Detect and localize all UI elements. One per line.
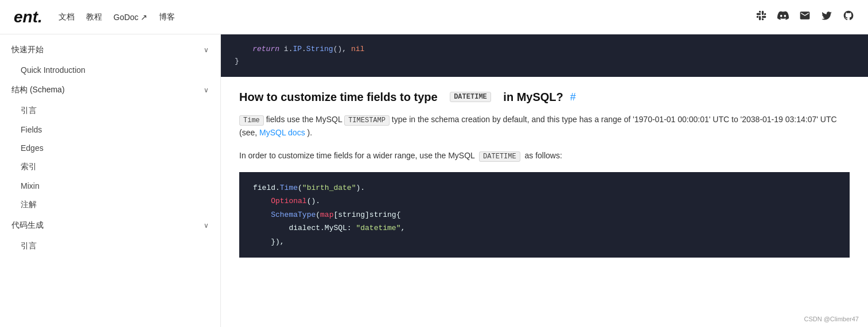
content-para-1: Time fields use the MySQL TIMESTAMP type…	[239, 113, 850, 141]
sidebar-section-quick-start[interactable]: 快速开始 ∨	[0, 39, 220, 61]
heading-text: How to customize time fields to type	[239, 91, 438, 104]
code-block-top: return i.IP.String(), nil }	[221, 34, 868, 77]
timestamp-code: TIMESTAMP	[344, 115, 390, 126]
header-left: ent. 文档 教程 GoDoc ↗ 博客	[14, 8, 175, 26]
watermark: CSDN @Climber47	[804, 316, 859, 322]
para2-text: In order to customize time fields for a …	[239, 151, 474, 160]
nav-links: 文档 教程 GoDoc ↗ 博客	[59, 12, 175, 22]
content-body: How to customize time fields to type DAT…	[221, 77, 868, 271]
code-line-field: field.Time("birth_date").	[253, 181, 836, 194]
section-heading: How to customize time fields to type DAT…	[239, 91, 850, 104]
nav-tutorial[interactable]: 教程	[86, 12, 102, 22]
sidebar-item-edges[interactable]: Edges	[0, 139, 220, 157]
time-code: Time	[239, 115, 264, 126]
header: ent. 文档 教程 GoDoc ↗ 博客	[0, 0, 868, 34]
email-icon[interactable]	[799, 10, 811, 24]
heading-suffix: in MySQL?	[503, 91, 563, 104]
logo[interactable]: ent.	[14, 8, 42, 26]
heading-code: DATETIME	[450, 92, 491, 102]
main-content: return i.IP.String(), nil } How to custo…	[221, 34, 868, 327]
code-line-close: }),	[253, 235, 836, 248]
code-block-main: field.Time("birth_date"). Optional(). Sc…	[239, 172, 850, 258]
slack-icon[interactable]	[756, 10, 767, 24]
chevron-down-icon-2: ∨	[204, 86, 209, 94]
sidebar-section-codegen[interactable]: 代码生成 ∨	[0, 215, 220, 236]
code-line-2: }	[235, 56, 854, 68]
para1-text1: fields use the MySQL	[266, 115, 344, 124]
discord-icon[interactable]	[777, 10, 789, 24]
sidebar-section-schema-label: 结构 (Schema)	[11, 85, 65, 95]
header-icons	[756, 10, 854, 24]
sidebar-item-fields[interactable]: Fields	[0, 120, 220, 139]
nav-blog[interactable]: 博客	[159, 12, 175, 22]
sidebar-item-intro[interactable]: 引言	[0, 101, 220, 120]
sidebar-item-index[interactable]: 索引	[0, 157, 220, 177]
chevron-down-icon-3: ∨	[204, 221, 209, 229]
nav-godoc[interactable]: GoDoc ↗	[114, 12, 147, 22]
github-icon[interactable]	[843, 10, 854, 24]
code-line-1: return i.IP.String(), nil	[235, 44, 854, 56]
sidebar: 快速开始 ∨ Quick Introduction 结构 (Schema) ∨ …	[0, 34, 221, 327]
nav-docs[interactable]: 文档	[59, 12, 75, 22]
code-line-dialect: dialect.MySQL: "datetime",	[253, 221, 836, 235]
sidebar-section-codegen-label: 代码生成	[11, 220, 44, 231]
mysql-docs-link[interactable]: MySQL docs	[259, 128, 305, 137]
code-line-schematype: SchemaType(map[string]string{	[253, 208, 836, 221]
datetime-code: DATETIME	[479, 151, 520, 162]
para1-text3: ).	[308, 128, 313, 137]
twitter-icon[interactable]	[821, 10, 832, 24]
sidebar-item-codegen-intro[interactable]: 引言	[0, 236, 220, 256]
para2-suffix: as follows:	[525, 151, 562, 160]
main-layout: 快速开始 ∨ Quick Introduction 结构 (Schema) ∨ …	[0, 34, 868, 327]
sidebar-section-schema[interactable]: 结构 (Schema) ∨	[0, 79, 220, 101]
heading-hash-link[interactable]: #	[570, 91, 576, 103]
content-para-2: In order to customize time fields for a …	[239, 149, 850, 163]
code-line-optional: Optional().	[253, 194, 836, 208]
sidebar-section-quick-start-label: 快速开始	[11, 45, 44, 55]
sidebar-item-mixin[interactable]: Mixin	[0, 177, 220, 195]
sidebar-item-quick-introduction[interactable]: Quick Introduction	[0, 61, 220, 79]
sidebar-item-annotations[interactable]: 注解	[0, 195, 220, 215]
chevron-down-icon: ∨	[204, 46, 209, 54]
